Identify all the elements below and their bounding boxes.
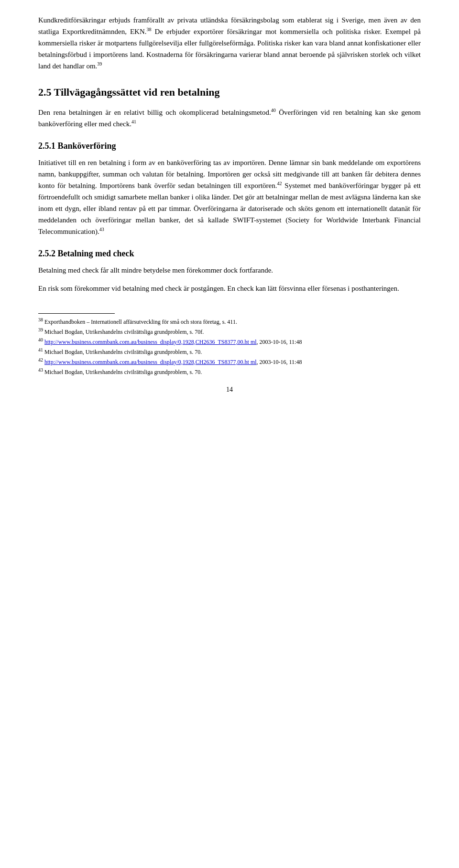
- paragraph-1: Kundkreditförsäkringar erbjuds framföral…: [38, 14, 421, 72]
- ref-38: 38: [147, 27, 152, 32]
- section25-p1-text: Den rena betalningen är en relativt bill…: [38, 109, 271, 116]
- page-container: Kundkreditförsäkringar erbjuds framföral…: [0, 0, 459, 868]
- fn38-text: Exporthandboken – Internationell affärsu…: [44, 319, 237, 325]
- fn40-num: 40: [38, 337, 43, 342]
- footnote-area: 38 Exporthandboken – Internationell affä…: [38, 318, 421, 376]
- fn42-num: 42: [38, 357, 43, 363]
- footnote-39: 39 Michael Bogdan, Utrikeshandelns civil…: [38, 328, 421, 336]
- fn42-link[interactable]: http://www.business.commbank.com.au/busi…: [44, 359, 257, 365]
- footnote-40: 40 http://www.business.commbank.com.au/b…: [38, 338, 421, 346]
- section-252-para2: En risk som förekommer vid betalning med…: [38, 283, 421, 294]
- footnote-42: 42 http://www.business.commbank.com.au/b…: [38, 358, 421, 366]
- ref-42: 42: [277, 181, 282, 186]
- section-252-heading: 2.5.2 Betalning med check: [38, 249, 421, 259]
- fn42-date: , 2003-10-16, 11:48: [257, 359, 302, 365]
- ref-43: 43: [99, 227, 104, 232]
- fn43-num: 43: [38, 367, 43, 373]
- section-25-heading: 2.5 Tillvägagångssättet vid ren betalnin…: [38, 85, 421, 100]
- ref-41: 41: [131, 119, 136, 124]
- fn41-num: 41: [38, 347, 43, 352]
- section251-p2-text: Systemet med banköverföringar bygger på …: [38, 182, 421, 235]
- ref-39: 39: [97, 61, 102, 66]
- fn40-link[interactable]: http://www.business.commbank.com.au/busi…: [44, 339, 257, 345]
- footnote-43: 43 Michael Bogdan, Utrikeshandelns civil…: [38, 368, 421, 376]
- footnote-divider: [38, 313, 115, 314]
- section-251-heading: 2.5.1 Banköverföring: [38, 141, 421, 151]
- ref-40: 40: [271, 108, 276, 113]
- fn39-num: 39: [38, 327, 43, 332]
- fn40-date: , 2003-10-16, 11:48: [257, 339, 302, 345]
- footnote-41: 41 Michael Bogdan, Utrikeshandelns civil…: [38, 348, 421, 356]
- footnote-38: 38 Exporthandboken – Internationell affä…: [38, 318, 421, 326]
- page-number: 14: [38, 386, 421, 394]
- fn39-text: Michael Bogdan, Utrikeshandelns civilrät…: [44, 329, 204, 335]
- section-252-para1: Betalning med check får allt mindre bety…: [38, 264, 421, 276]
- section-251-para: Initiativet till en ren betalning i form…: [38, 157, 421, 237]
- fn38-num: 38: [38, 317, 43, 322]
- fn43-text: Michael Bogdan, Utrikeshandelns civilrät…: [44, 369, 202, 375]
- fn41-text: Michael Bogdan, Utrikeshandelns civilrät…: [44, 349, 202, 355]
- section-25-para1: Den rena betalningen är en relativt bill…: [38, 107, 421, 130]
